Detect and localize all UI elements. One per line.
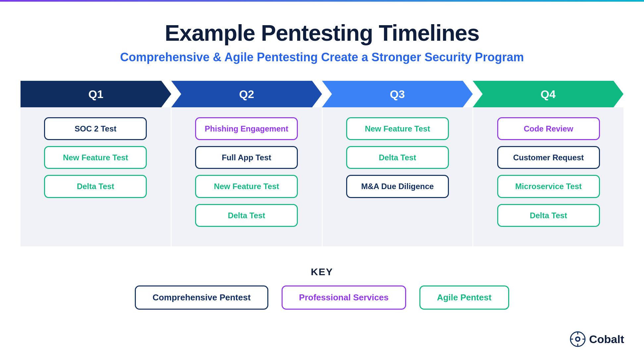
sub-title: Comprehensive & Agile Pentesting Create … — [120, 50, 524, 64]
q4-label: Q4 — [541, 88, 556, 101]
key-agile: Agile Pentest — [419, 285, 509, 310]
column-q2: Phishing Engagement Full App Test New Fe… — [172, 107, 323, 246]
column-q3: New Feature Test Delta Test M&A Due Dili… — [323, 107, 474, 246]
column-q1: SOC 2 Test New Feature Test Delta Test — [21, 107, 172, 246]
quarter-q4: Q4 — [473, 81, 623, 107]
card-microservice: Microservice Test — [497, 175, 600, 198]
quarter-q2: Q2 — [171, 81, 322, 107]
card-ma-due-diligence: M&A Due Diligence — [346, 175, 449, 198]
quarter-q3: Q3 — [322, 81, 473, 107]
card-q2-delta: Delta Test — [195, 204, 298, 227]
cobalt-logo: Cobalt — [570, 331, 624, 347]
timeline-row: Q1 Q2 Q3 Q4 — [21, 81, 623, 107]
columns-row: SOC 2 Test New Feature Test Delta Test P… — [21, 107, 623, 246]
key-items: Comprehensive Pentest Professional Servi… — [135, 285, 509, 310]
card-q1-delta: Delta Test — [44, 175, 147, 198]
card-q3-new-feature: New Feature Test — [346, 117, 449, 140]
key-section: KEY Comprehensive Pentest Professional S… — [20, 266, 624, 310]
card-full-app: Full App Test — [195, 146, 298, 169]
card-q1-new-feature: New Feature Test — [44, 146, 147, 169]
card-q3-delta: Delta Test — [346, 146, 449, 169]
card-code-review: Code Review — [497, 117, 600, 140]
card-soc2: SOC 2 Test — [44, 117, 147, 140]
svg-point-2 — [576, 338, 579, 340]
card-customer-request: Customer Request — [497, 146, 600, 169]
key-comprehensive: Comprehensive Pentest — [135, 285, 268, 310]
main-title: Example Pentesting Timelines — [165, 20, 479, 46]
quarter-q1: Q1 — [21, 81, 171, 107]
card-phishing: Phishing Engagement — [195, 117, 298, 140]
key-professional: Professional Services — [282, 285, 406, 310]
q3-label: Q3 — [390, 88, 405, 101]
cobalt-logo-text: Cobalt — [589, 333, 624, 346]
card-q2-new-feature: New Feature Test — [195, 175, 298, 198]
card-q4-delta: Delta Test — [497, 204, 600, 227]
q1-label: Q1 — [88, 88, 103, 101]
cobalt-logo-icon — [570, 331, 586, 347]
key-title: KEY — [311, 266, 333, 278]
column-q4: Code Review Customer Request Microservic… — [473, 107, 623, 246]
q2-label: Q2 — [239, 88, 254, 101]
